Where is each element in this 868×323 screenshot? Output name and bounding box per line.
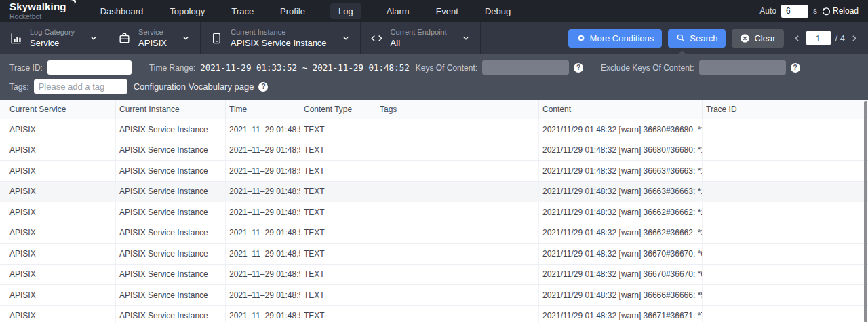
- cell-instance: APISIX Service Instance: [116, 244, 226, 264]
- auto-interval-input[interactable]: [781, 5, 808, 18]
- logo-title: Skywalking: [9, 1, 66, 12]
- keys-of-content-input[interactable]: [482, 60, 569, 75]
- chevron-down-icon: [461, 33, 471, 43]
- cell-time: 2021–11–29 01:48:52: [226, 265, 300, 285]
- cell-tags: [376, 161, 539, 181]
- nav-item-dashboard[interactable]: Dashboard: [99, 3, 145, 19]
- app-logo: Skywalking Rocketbot: [9, 1, 75, 20]
- prev-page-button[interactable]: [793, 34, 802, 43]
- clear-button[interactable]: Clear: [732, 29, 783, 48]
- nav-item-alarm[interactable]: Alarm: [385, 3, 411, 19]
- table-row[interactable]: APISIXAPISIX Service Instance2021–11–29 …: [0, 182, 868, 203]
- cell-type: TEXT: [300, 285, 376, 305]
- tags-input[interactable]: [34, 79, 127, 94]
- selector-value: All: [391, 38, 447, 48]
- nav-item-debug[interactable]: Debug: [484, 3, 512, 19]
- filter-row-1: Trace ID: Time Range: 2021-11-29 01:33:5…: [9, 60, 859, 75]
- cell-service: APISIX: [0, 202, 116, 223]
- cell-tags: [376, 223, 539, 244]
- column-header: Content: [539, 100, 703, 119]
- selector-service[interactable]: Service APISIX: [108, 22, 201, 54]
- cell-content: 2021/11/29 01:48:32 [warn] 36666#36666: …: [539, 285, 703, 305]
- table-row[interactable]: APISIXAPISIX Service Instance2021–11–29 …: [0, 119, 868, 140]
- vocabulary-page-link[interactable]: Configuration Vocabulary page: [134, 81, 254, 92]
- vertical-scrollbar[interactable]: [864, 101, 867, 322]
- table-row[interactable]: APISIXAPISIX Service Instance2021–11–29 …: [0, 244, 868, 265]
- cell-type: TEXT: [300, 161, 376, 181]
- search-button[interactable]: Search: [668, 29, 726, 48]
- cell-type: TEXT: [300, 140, 376, 161]
- cell-content: 2021/11/29 01:48:32 [warn] 36662#36662: …: [539, 223, 703, 244]
- nav-item-event[interactable]: Event: [435, 3, 460, 19]
- cell-type: TEXT: [300, 244, 376, 264]
- cell-type: TEXT: [300, 223, 376, 244]
- table-row[interactable]: APISIXAPISIX Service Instance2021–11–29 …: [0, 306, 868, 323]
- keys-of-content-label: Keys Of Content:: [416, 63, 477, 73]
- more-conditions-button[interactable]: More Conditions: [568, 29, 663, 48]
- bar-chart-icon: [9, 32, 22, 45]
- cell-time: 2021–11–29 01:48:52: [226, 182, 300, 202]
- page-number-input[interactable]: [806, 31, 831, 45]
- cell-type: TEXT: [300, 119, 376, 140]
- cell-trace_id: [703, 182, 868, 202]
- cell-time: 2021–11–29 01:48:52: [226, 223, 300, 244]
- filter-panel: Trace ID: Time Range: 2021-11-29 01:33:5…: [0, 54, 868, 100]
- search-icon: [676, 33, 686, 43]
- nav-item-log[interactable]: Log: [330, 3, 361, 19]
- close-circle-icon: [740, 33, 750, 43]
- cell-time: 2021–11–29 01:48:52: [226, 306, 300, 323]
- cell-content: 2021/11/29 01:48:32 [warn] 36670#36670: …: [539, 265, 703, 285]
- selector-label: Log Category: [30, 28, 75, 36]
- time-range-value[interactable]: 2021-11-29 01:33:52 ~ 2021-11-29 01:48:5…: [200, 62, 410, 73]
- time-range-label: Time Range:: [149, 63, 195, 73]
- cell-instance: APISIX Service Instance: [116, 140, 226, 161]
- skywalking-app: Skywalking Rocketbot DashboardTopologyTr…: [0, 0, 868, 323]
- cell-service: APISIX: [0, 140, 116, 161]
- main-nav: DashboardTopologyTraceProfileLogAlarmEve…: [99, 3, 512, 19]
- cell-instance: APISIX Service Instance: [116, 265, 226, 285]
- exclude-keys-input[interactable]: [699, 60, 786, 75]
- nav-item-topology[interactable]: Topology: [168, 3, 206, 19]
- selector-value: Service: [30, 38, 75, 48]
- nav-item-profile[interactable]: Profile: [279, 3, 307, 19]
- help-icon[interactable]: [574, 63, 583, 73]
- popover-arrow: [677, 50, 687, 55]
- help-icon[interactable]: [258, 82, 268, 92]
- auto-label: Auto: [760, 6, 776, 16]
- gear-icon: [576, 33, 586, 43]
- nav-item-trace[interactable]: Trace: [230, 3, 255, 19]
- cell-time: 2021–11–29 01:48:52: [226, 140, 300, 161]
- tags-label: Tags:: [9, 82, 29, 92]
- cell-type: TEXT: [300, 265, 376, 285]
- table-row[interactable]: APISIXAPISIX Service Instance2021–11–29 …: [0, 202, 868, 223]
- trace-id-label: Trace ID:: [9, 63, 43, 73]
- selector-label: Current Instance: [231, 28, 327, 36]
- cell-instance: APISIX Service Instance: [116, 182, 226, 202]
- selector-value: APISIX: [138, 38, 167, 48]
- cell-type: TEXT: [300, 202, 376, 223]
- chevron-down-icon: [181, 33, 191, 43]
- selector-log-category[interactable]: Log Category Service: [0, 22, 108, 54]
- selector-current-endpoint[interactable]: Current Endpoint All: [361, 22, 481, 54]
- selector-current-instance[interactable]: Current Instance APISIX Service Instance: [201, 22, 361, 54]
- cell-service: APISIX: [0, 244, 116, 264]
- table-row[interactable]: APISIXAPISIX Service Instance2021–11–29 …: [0, 161, 868, 182]
- cell-tags: [376, 306, 539, 323]
- reload-button[interactable]: Reload: [822, 6, 859, 16]
- table-row[interactable]: APISIXAPISIX Service Instance2021–11–29 …: [0, 140, 868, 162]
- table-row[interactable]: APISIXAPISIX Service Instance2021–11–29 …: [0, 265, 868, 286]
- cell-trace_id: [703, 244, 868, 264]
- table-row[interactable]: APISIXAPISIX Service Instance2021–11–29 …: [0, 285, 868, 306]
- more-conditions-label: More Conditions: [590, 33, 654, 43]
- cell-content: 2021/11/29 01:48:32 [warn] 36680#36680: …: [539, 140, 703, 161]
- column-header: Current Service: [0, 100, 116, 119]
- next-page-button[interactable]: [850, 34, 859, 43]
- column-header: Current Instance: [116, 100, 226, 119]
- table-header: Current ServiceCurrent InstanceTimeConte…: [0, 100, 868, 119]
- trace-id-input[interactable]: [47, 60, 132, 75]
- cell-service: APISIX: [0, 161, 116, 181]
- help-icon[interactable]: [791, 63, 800, 73]
- cell-time: 2021–11–29 01:48:52: [226, 161, 300, 181]
- briefcase-icon: [118, 32, 131, 45]
- table-row[interactable]: APISIXAPISIX Service Instance2021–11–29 …: [0, 223, 868, 244]
